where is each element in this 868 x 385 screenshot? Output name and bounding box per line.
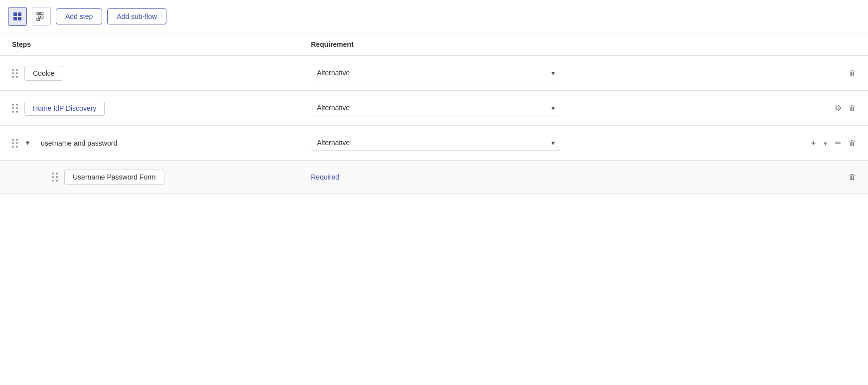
table-header: Steps Requirement: [0, 33, 868, 56]
actions-cell: [756, 139, 856, 148]
actions-cell: [756, 103, 856, 113]
steps-cell: Cookie: [12, 66, 311, 81]
steps-cell: Username Password Form: [12, 170, 311, 185]
username-password-form-step-label: Username Password Form: [64, 170, 164, 185]
username-password-form-delete-button[interactable]: [849, 173, 856, 182]
table-row: Username Password Form Required: [0, 161, 868, 194]
home-idp-settings-button[interactable]: [835, 103, 842, 113]
svg-rect-6: [40, 16, 43, 18]
steps-column-header: Steps: [12, 40, 311, 48]
actions-cell: [756, 69, 856, 78]
cookie-requirement-select-wrapper: Alternative Disabled Required Conditiona…: [311, 65, 560, 81]
svg-rect-0: [13, 12, 17, 16]
actions-column-header: [756, 40, 856, 48]
username-password-delete-button[interactable]: [849, 139, 856, 148]
table-row: Home IdP Discovery Alternative Disabled …: [0, 91, 868, 126]
requirement-cell: Alternative Disabled Required Conditiona…: [311, 65, 756, 81]
flow-view-button[interactable]: [32, 7, 51, 26]
drag-handle[interactable]: [52, 173, 58, 182]
drag-handle[interactable]: [12, 104, 18, 113]
svg-rect-1: [18, 12, 21, 16]
steps-cell: Home IdP Discovery: [12, 101, 311, 116]
add-step-button[interactable]: Add step: [56, 8, 102, 24]
username-password-add-button[interactable]: [811, 139, 816, 148]
table-row: Cookie Alternative Disabled Required Con…: [0, 56, 868, 91]
svg-rect-2: [13, 17, 17, 20]
requirement-cell: Alternative Disabled Required Conditiona…: [311, 100, 756, 116]
drag-handle[interactable]: [12, 69, 18, 78]
home-idp-requirement-select[interactable]: Alternative Disabled Required Conditiona…: [311, 100, 560, 116]
home-idp-step-label: Home IdP Discovery: [24, 101, 105, 116]
toolbar: Add step Add sub-flow: [0, 0, 868, 33]
home-idp-delete-button[interactable]: [849, 104, 856, 113]
flow-view-icon: [36, 11, 46, 21]
home-idp-requirement-select-wrapper: Alternative Disabled Required Conditiona…: [311, 100, 560, 116]
requirement-cell: Alternative Disabled Required Conditiona…: [311, 135, 756, 151]
grid-view-icon: [12, 11, 22, 21]
steps-cell: ▼ username and password: [12, 139, 311, 148]
collapse-button[interactable]: ▼: [24, 139, 31, 147]
username-password-form-requirement-text: Required: [311, 173, 339, 181]
table-row: ▼ username and password Alternative Disa…: [0, 126, 868, 161]
cookie-requirement-select[interactable]: Alternative Disabled Required Conditiona…: [311, 65, 560, 81]
cookie-step-label: Cookie: [24, 66, 63, 81]
username-password-edit-button[interactable]: [835, 139, 842, 148]
svg-rect-5: [40, 12, 43, 15]
requirement-column-header: Requirement: [311, 40, 756, 48]
username-password-step-label: username and password: [41, 139, 117, 147]
actions-cell: [756, 173, 856, 182]
add-subflow-button[interactable]: Add sub-flow: [107, 8, 166, 24]
grid-view-button[interactable]: [8, 7, 27, 26]
cookie-delete-button[interactable]: [849, 69, 856, 78]
username-password-requirement-select-wrapper: Alternative Disabled Required Conditiona…: [311, 135, 560, 151]
requirement-cell: Required: [311, 173, 756, 181]
svg-rect-3: [18, 17, 21, 20]
drag-handle[interactable]: [12, 139, 18, 148]
username-password-requirement-select[interactable]: Alternative Disabled Required Conditiona…: [311, 135, 560, 151]
username-password-move-down-button[interactable]: [823, 139, 828, 148]
